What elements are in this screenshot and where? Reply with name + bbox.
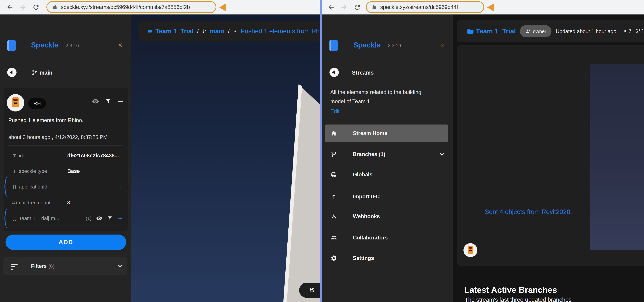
branch-count: 1	[641, 28, 644, 34]
object-bracket	[4, 176, 8, 198]
breadcrumb-commit-link[interactable]: Pushed 1 elements from Rhino.	[240, 27, 320, 35]
back-button[interactable]	[6, 3, 14, 11]
property-key: Team 1_Trial[ m...	[19, 210, 59, 226]
back-button[interactable]	[327, 3, 335, 11]
sidebar-item-webhooks[interactable]: Webhooks	[325, 208, 448, 225]
author-initials-badge: RH	[28, 98, 46, 109]
role-badge: owner	[520, 25, 552, 37]
breadcrumb-stream-link[interactable]: Team 1_Trial	[156, 27, 194, 35]
highlight-arrow-icon	[487, 3, 494, 11]
sidebar-item-collaborators[interactable]: Collaborators	[325, 229, 448, 247]
browser-toolbar: speckle.xyz/streams/dc5969d44f	[322, 0, 644, 14]
people-icon	[330, 229, 337, 247]
refresh-button[interactable]	[353, 3, 361, 11]
branch-icon	[636, 28, 641, 34]
stream-main: Team 1_Trial owner Updated about 1 hour …	[453, 14, 644, 302]
viewer-3d[interactable]	[132, 14, 320, 302]
lock-icon	[372, 4, 377, 10]
add-property-button[interactable]: +	[118, 210, 122, 226]
property-value: Base	[67, 163, 80, 179]
commit-count: 7	[628, 28, 632, 34]
sidebar-item-settings[interactable]: Settings	[325, 249, 448, 267]
role-label: owner	[533, 28, 546, 34]
chevron-left-icon	[10, 70, 12, 74]
close-icon[interactable]: ×	[118, 41, 122, 49]
app-version: 2.3.16	[388, 43, 401, 48]
sidebar-item-label: Import IFC	[353, 188, 380, 205]
eye-icon[interactable]	[92, 98, 99, 105]
property-key: id	[19, 148, 23, 163]
refresh-button[interactable]	[32, 3, 40, 11]
sidebar-item-import-ifc[interactable]: Import IFC	[325, 188, 448, 205]
type-object-icon: {}	[10, 179, 20, 195]
type-text-icon: T	[10, 148, 20, 163]
screenshot-root: speckle.xyz/streams/dc5969d44f/commits/7…	[0, 0, 644, 302]
property-key: speckle type	[19, 163, 47, 179]
type-array-icon: [ ]	[10, 210, 20, 226]
filter-funnel-icon[interactable]	[105, 98, 111, 104]
upload-arrow-icon	[330, 188, 337, 205]
sidebar-item-label: Branches (1)	[353, 146, 385, 163]
property-row: T id df621c08e2fc78438...	[4, 148, 128, 163]
section-box-icon[interactable]	[308, 287, 316, 294]
speckle-logo-icon	[7, 40, 16, 51]
current-branch-label[interactable]: main	[40, 70, 52, 76]
minus-icon[interactable]	[118, 101, 123, 102]
app-version: 2.3.16	[66, 43, 79, 48]
commit-timestamp: about 3 hours ago , 4/12/2022, 8:37:25 P…	[8, 134, 108, 140]
forward-button[interactable]	[18, 3, 27, 11]
add-button[interactable]: ADD	[6, 235, 126, 250]
model-spike[interactable]	[590, 64, 644, 250]
branch-icon	[330, 146, 337, 163]
stream-header-card: Team 1_Trial owner Updated about 1 hour …	[457, 20, 644, 42]
section-title: Latest Active Branches	[464, 285, 557, 295]
breadcrumb-separator: /	[197, 28, 199, 35]
chevron-down-icon[interactable]	[116, 263, 124, 269]
edit-link[interactable]: Edit	[330, 108, 340, 114]
forward-button[interactable]	[340, 3, 348, 11]
speckle-logo-icon	[330, 40, 338, 51]
property-row: T speckle type Base	[4, 163, 128, 179]
home-icon	[330, 125, 337, 142]
close-icon[interactable]: ×	[440, 41, 444, 49]
breadcrumb: Team 1_Trial / main / Pushed 1 elements …	[138, 20, 320, 41]
sidebar-item-label: Settings	[353, 249, 374, 267]
stream-description: All the elements related to the building…	[330, 88, 429, 106]
back-circle-button[interactable]	[7, 68, 16, 77]
updated-text: Updated about 1 hour ago	[556, 28, 616, 34]
viewer-3d[interactable]	[590, 64, 644, 250]
commit-icon	[622, 28, 628, 34]
address-bar[interactable]: speckle.xyz/streams/dc5969d44f	[366, 1, 484, 13]
sidebar-item-label: Webhooks	[353, 208, 380, 225]
browser-toolbar: speckle.xyz/streams/dc5969d44f/commits/7…	[0, 0, 320, 14]
breadcrumb-branch-link[interactable]: main	[210, 27, 224, 35]
item-count: (1)	[86, 210, 92, 226]
address-bar[interactable]: speckle.xyz/streams/dc5969d44f/commits/7…	[46, 1, 216, 13]
browser-window-right: speckle.xyz/streams/dc5969d44f Speckle 2…	[322, 0, 644, 302]
url-text: speckle.xyz/streams/dc5969d44f	[380, 4, 458, 10]
sidebar-item-branches[interactable]: Branches (1)	[325, 146, 448, 163]
sidebar-item-stream-home[interactable]: Stream Home	[325, 125, 448, 142]
speckle-sidebar-left: Speckle 2.3.16 × main RH	[0, 14, 132, 302]
add-property-button[interactable]: +	[118, 179, 122, 195]
commit-card: RH Pushed 1 elements from Rhino. about 3…	[4, 88, 128, 231]
divider	[8, 130, 124, 130]
model-wall-panel[interactable]	[132, 14, 320, 302]
chevron-down-icon[interactable]	[438, 151, 445, 158]
sidebar-item-globals[interactable]: Globals	[325, 166, 448, 183]
stream-title[interactable]: Team 1_Trial	[476, 27, 516, 35]
latest-commit-link[interactable]: Sent 4 objects from Revit2020.	[485, 208, 572, 215]
type-text-icon: T	[10, 163, 20, 179]
filters-label: Filters	[31, 263, 47, 269]
filter-funnel-icon[interactable]	[107, 216, 113, 221]
avatar[interactable]	[7, 94, 24, 112]
filters-panel[interactable]: Filters (6)	[3, 257, 127, 275]
browser-window-left: speckle.xyz/streams/dc5969d44f/commits/7…	[0, 0, 320, 302]
gear-icon	[330, 249, 337, 267]
filters-count: (6)	[48, 263, 54, 269]
back-circle-button[interactable]	[330, 68, 339, 77]
sidebar-item-label: Globals	[353, 166, 372, 183]
branch-icon	[202, 28, 206, 34]
array-bracket	[4, 207, 8, 229]
eye-icon[interactable]	[96, 215, 102, 221]
